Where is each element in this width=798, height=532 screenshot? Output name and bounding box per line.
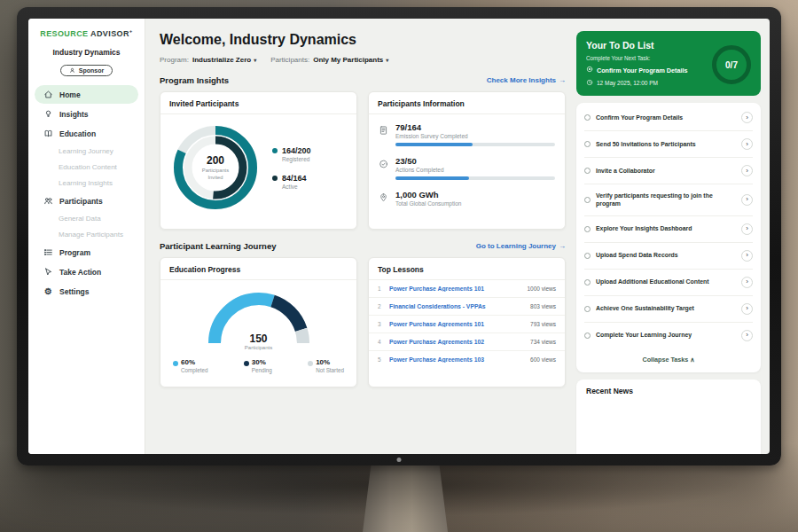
task-row[interactable]: Complete Your Learning Journey › — [584, 323, 753, 348]
donut-legend: 164/200 Registered 84/164 Active — [272, 146, 311, 190]
sidebar-item-education[interactable]: Education — [35, 124, 138, 143]
sponsor-badge[interactable]: Sponsor — [60, 65, 113, 76]
task-row[interactable]: Achieve One Sustainability Target › — [584, 296, 753, 323]
program-filter-label: Program: — [160, 56, 189, 64]
chevron-right-icon[interactable]: › — [741, 194, 753, 206]
go-to-learning-journey-link[interactable]: Go to Learning Journey → — [476, 242, 566, 250]
filter-bar: Program: Industrialize Zero ▾ Participan… — [160, 56, 566, 64]
program-insights-title: Program Insights — [160, 75, 229, 85]
task-row[interactable]: Explore Your Insights Dashboard › — [584, 216, 753, 243]
task-row[interactable]: Send 50 Invitations to Participants › — [584, 131, 753, 158]
lesson-row: 3 Power Purchase Agreements 101 793 view… — [369, 316, 565, 333]
check-more-insights-link[interactable]: Check More Insights → — [487, 76, 566, 84]
donut-center-value: 200 — [207, 154, 224, 167]
sidebar-nav: Home Insights Education Learning Journey… — [28, 85, 145, 301]
task-row[interactable]: Upload Additional Educational Content › — [584, 270, 753, 296]
gear-icon: ⚙ — [43, 286, 53, 296]
gauge-center-label: Participants — [202, 345, 316, 350]
task-radio[interactable] — [584, 197, 591, 203]
task-row[interactable]: Verify participants requesting to join t… — [584, 184, 753, 216]
legend-dot-active — [272, 176, 278, 181]
main-content: Welcome, Industry Dynamics Program: Indu… — [145, 19, 576, 454]
emission-progress-track — [395, 143, 555, 146]
task-radio[interactable] — [584, 114, 591, 121]
chevron-right-icon[interactable]: › — [741, 303, 753, 315]
check-circle-icon — [379, 156, 388, 168]
participants-information-card-title: Participants Information — [369, 92, 565, 114]
participants-filter-select[interactable]: Only My Participants ▾ — [313, 56, 388, 64]
task-radio[interactable] — [584, 253, 591, 259]
participants-filter-label: Participants: — [270, 56, 309, 64]
task-radio[interactable] — [584, 168, 591, 174]
lesson-link[interactable]: Power Purchase Agreements 101 — [389, 286, 521, 292]
stat-global-consumption: 1,000 GWh Total Global Consumption — [379, 190, 555, 207]
chevron-right-icon[interactable]: › — [741, 112, 753, 123]
lesson-link[interactable]: Power Purchase Agreements 103 — [389, 356, 525, 363]
sidebar-item-learning-insights[interactable]: Learning Insights — [35, 176, 138, 191]
task-row[interactable]: Invite a Collaborator › — [584, 158, 753, 184]
chevron-right-icon[interactable]: › — [741, 138, 753, 150]
learning-journey-title: Participant Learning Journey — [160, 241, 276, 251]
chevron-right-icon[interactable]: › — [741, 330, 753, 341]
lesson-row: 2 Financial Considerations - VPPAs 803 v… — [369, 298, 565, 316]
arrow-right-icon: → — [559, 242, 566, 250]
sidebar-item-program[interactable]: Program — [35, 243, 138, 262]
invited-participants-donut-chart: 200 Participants Invited — [169, 121, 262, 214]
todo-next-time: 12 May 2025, 12:00 PM — [597, 80, 658, 86]
chevron-right-icon[interactable]: › — [741, 277, 753, 288]
stat-emission-survey: 79/164 Emission Survey Completed — [379, 122, 555, 146]
legend-item-registered: 164/200 Registered — [272, 146, 311, 162]
survey-icon — [379, 122, 388, 134]
program-filter-select[interactable]: Industrialize Zero ▾ — [192, 56, 256, 64]
list-icon — [43, 247, 53, 257]
invited-participants-card: Invited Participants 200 Partic — [160, 91, 357, 230]
task-row[interactable]: Confirm Your Program Details › — [584, 105, 753, 131]
education-progress-card: Education Progress 150 Participants — [160, 257, 357, 387]
app-logo: RESOURCE ADVISOR+ — [28, 28, 145, 38]
legend-dot-not-started — [308, 361, 313, 366]
sidebar: RESOURCE ADVISOR+ Industry Dynamics Spon… — [28, 19, 145, 454]
task-row[interactable]: Upload Spend Data Records › — [584, 243, 753, 270]
task-radio[interactable] — [584, 226, 591, 232]
recent-news-header[interactable]: Recent News — [576, 379, 761, 454]
gauge-legend: 60% Completed 30% Pending 10% Not Starte… — [160, 350, 356, 373]
chevron-right-icon[interactable]: › — [741, 250, 753, 262]
power-led — [397, 458, 402, 462]
screen: RESOURCE ADVISOR+ Industry Dynamics Spon… — [28, 19, 770, 454]
top-lessons-card: Top Lessons 1 Power Purchase Agreements … — [368, 257, 566, 387]
sidebar-item-learning-journey[interactable]: Learning Journey — [35, 144, 138, 159]
chevron-right-icon[interactable]: › — [741, 165, 753, 176]
invited-participants-card-title: Invited Participants — [160, 92, 356, 114]
todo-progress-ring: 0/7 — [712, 45, 751, 84]
top-lessons-card-title: Top Lessons — [369, 258, 565, 280]
chevron-right-icon[interactable]: › — [741, 223, 753, 235]
lesson-row: 4 Power Purchase Agreements 102 734 view… — [369, 333, 565, 351]
sidebar-item-general-data[interactable]: General Data — [35, 211, 138, 226]
legend-dot-completed — [173, 361, 178, 366]
task-radio[interactable] — [584, 306, 591, 312]
sidebar-item-take-action[interactable]: Take Action — [35, 262, 138, 281]
logo-secondary: ADVISOR+ — [90, 29, 133, 38]
sidebar-item-insights[interactable]: Insights — [35, 105, 138, 123]
task-radio[interactable] — [584, 332, 591, 339]
legend-dot-pending — [244, 361, 249, 366]
sidebar-item-education-content[interactable]: Education Content — [35, 160, 138, 175]
person-icon — [69, 67, 75, 74]
task-radio[interactable] — [584, 141, 591, 147]
actions-progress-track — [395, 176, 555, 180]
sidebar-item-settings[interactable]: ⚙ Settings — [35, 282, 138, 301]
sidebar-item-home[interactable]: Home — [35, 85, 138, 104]
lesson-row: 5 Power Purchase Agreements 103 600 view… — [369, 351, 565, 368]
sidebar-item-participants[interactable]: Participants — [35, 192, 138, 210]
todo-header-card: Your To Do List Complete Your Next Task:… — [576, 31, 761, 96]
page-title: Welcome, Industry Dynamics — [160, 32, 566, 48]
task-radio[interactable] — [584, 279, 591, 286]
lesson-link[interactable]: Power Purchase Agreements 102 — [389, 339, 525, 345]
sidebar-item-manage-participants[interactable]: Manage Participants — [35, 227, 138, 242]
lesson-link[interactable]: Power Purchase Agreements 101 — [389, 321, 525, 327]
education-progress-gauge-chart: 150 Participants — [202, 286, 316, 350]
lightbulb-icon — [43, 109, 53, 119]
lesson-link[interactable]: Financial Considerations - VPPAs — [389, 303, 525, 309]
chevron-down-icon: ▾ — [254, 57, 256, 63]
collapse-tasks-button[interactable]: Collapse Tasks ∧ — [584, 348, 753, 370]
